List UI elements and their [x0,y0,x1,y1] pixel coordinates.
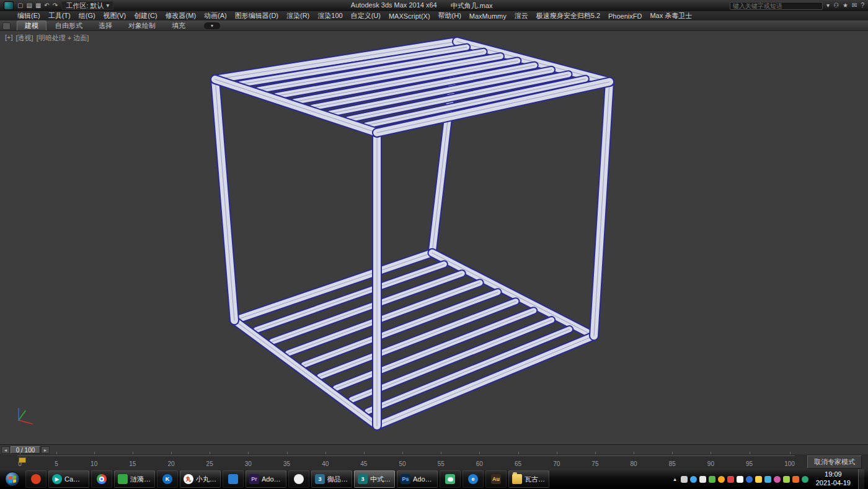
undo-icon[interactable]: ↶ [44,1,49,10]
menu-item[interactable]: MAXScript(X) [389,12,430,20]
tray-icon[interactable] [699,476,706,483]
new-scene-icon[interactable]: ▢ [17,1,23,10]
status-bar-right: 取消专家模式 [801,454,868,469]
audition-icon-icon: Au [491,474,501,484]
save-file-icon[interactable]: ▦ [35,1,41,10]
show-desktop-button[interactable] [858,469,864,489]
windows-taskbar: ▶Camta...涟漪制...K丸小丸工...PrAdob...3御品烤...3… [0,469,868,489]
clock-time: 19:09 [816,470,851,479]
white-app-icon[interactable] [288,470,309,488]
ribbon-grip-icon[interactable] [2,22,11,30]
menu-item[interactable]: 渲染(R) [286,11,309,20]
tray-icons [681,476,808,483]
tray-icon[interactable] [709,476,715,483]
tray-icon[interactable] [746,476,753,483]
premiere-button[interactable]: PrAdob... [246,470,286,488]
menu-item[interactable]: PhoenixFD [608,12,642,20]
search-input[interactable] [730,2,823,10]
quick-access-toolbar: ▢ ▤ ▦ ↶ ↷ [17,1,58,10]
menu-item[interactable]: 极速瘦身安全归档5.2 [536,11,600,20]
tray-icon[interactable] [774,476,781,483]
chrome-icon[interactable] [91,470,112,488]
tray-icon[interactable] [802,476,808,483]
menu-item[interactable]: 自定义(U) [351,11,381,20]
ribbon-tab[interactable]: 对象绘制 [121,21,163,30]
next-frame-icon[interactable]: ▸ [41,446,50,454]
clock-date: 2021-04-19 [816,479,851,488]
start-button[interactable] [1,470,24,488]
tray-icon[interactable] [718,476,725,483]
app-title: Autodesk 3ds Max 2014 x64 [351,1,437,11]
frame-tick: 45 [360,460,367,467]
audition-icon[interactable]: Au [485,470,507,488]
help-icon[interactable]: ? [861,1,864,10]
browser-red-icon[interactable] [25,470,46,488]
menu-item[interactable]: 动画(A) [204,11,227,20]
menu-item[interactable]: 编辑(E) [17,11,40,20]
menu-item[interactable]: 视图(V) [104,11,126,20]
tray-icon[interactable] [764,476,771,483]
cancel-expert-mode-button[interactable]: 取消专家模式 [807,455,862,469]
xiaowan-button[interactable]: 丸小丸工... [180,470,221,488]
viewport-menu-plus[interactable]: [+] [5,34,13,43]
folder-wagu-button[interactable]: 瓦古色... [508,470,549,488]
favorites-star-icon[interactable]: ★ [843,1,848,10]
frame-tick: 60 [476,460,483,467]
menu-item[interactable]: 帮助(H) [438,11,461,20]
perspective-viewport[interactable]: [+] [透视] [明暗处理 + 边面] [0,30,868,444]
tray-icon[interactable] [727,476,734,483]
3dsmax-logo-icon[interactable] [4,1,14,10]
taskbar-button-label: 瓦古色... [525,475,546,484]
menu-item[interactable]: 修改器(M) [166,11,197,20]
menu-item[interactable]: 组(G) [79,11,95,20]
menu-item[interactable]: Max 杀毒卫士 [650,11,692,20]
viewport-menu-shading[interactable]: [明暗处理 + 边面] [37,34,89,43]
lianyi-button[interactable]: 涟漪制... [114,470,155,488]
menu-item[interactable]: MaxMummy [469,12,507,20]
blue-tiles-icon[interactable] [223,470,244,488]
frame-tick: 70 [553,460,560,467]
menu-item[interactable]: 渲染100 [317,11,342,20]
ribbon-tab[interactable]: 建模 [17,20,46,30]
taskbar-clock[interactable]: 19:09 2021-04-19 [811,470,856,488]
wireframe-table-model[interactable] [0,31,868,444]
search-dropdown-icon[interactable]: ▾ [826,1,830,10]
viewport-menu-view[interactable]: [透视] [16,34,33,43]
ribbon-tab[interactable]: 自由形式 [48,21,90,30]
tray-icon[interactable] [792,476,799,483]
tray-icon[interactable] [737,476,743,483]
max-file-zhongshi-button[interactable]: 3中式角... [354,470,395,488]
photoshop-icon: Ps [401,474,410,484]
keyshot-icon[interactable]: K [157,470,178,488]
ribbon-tab[interactable]: 填充 [164,21,193,30]
tray-icon[interactable] [681,476,688,483]
menu-item[interactable]: 工具(T) [48,11,71,20]
current-frame-field[interactable]: 0 / 100 [11,446,40,454]
signin-icon[interactable]: ⚇ [833,1,839,10]
browser-blue-icon[interactable]: e [463,470,484,488]
wechat-icon[interactable] [440,470,461,488]
taskbar-button-label: Adob... [262,475,283,483]
menu-item[interactable]: 图形编辑器(D) [235,11,278,20]
max-file-yupin-button[interactable]: 3御品烤... [311,470,352,488]
menu-item[interactable]: 创建(C) [134,11,157,20]
open-file-icon[interactable]: ▤ [26,1,32,10]
redo-icon[interactable]: ↷ [53,1,58,10]
camtasia-button[interactable]: ▶Camta... [48,470,89,488]
ribbon-tabs: 建模自由形式选择对象绘制填充 [17,20,193,30]
ribbon-collapse-icon[interactable]: ▾ [204,22,220,29]
menu-item[interactable]: 渲云 [515,11,528,20]
workspace-selector[interactable]: 工作区: 默认 ▾ [61,1,113,10]
taskbar-button-label: Camta... [64,475,86,483]
photoshop-button[interactable]: PsAdob... [397,470,438,488]
communication-icon[interactable]: ✉ [852,1,857,10]
tray-icon[interactable] [783,476,790,483]
frame-tick: 30 [245,460,252,467]
ribbon-tab[interactable]: 选择 [91,21,120,30]
tray-icon[interactable] [690,476,697,483]
frame-tick: 80 [631,460,637,467]
track-bar-ruler[interactable]: 0510152025303540455055606570758085909510… [17,455,795,469]
tray-expand-icon[interactable]: ▴ [671,476,678,482]
tray-icon[interactable] [755,476,762,483]
previous-frame-icon[interactable]: ◂ [1,446,10,454]
